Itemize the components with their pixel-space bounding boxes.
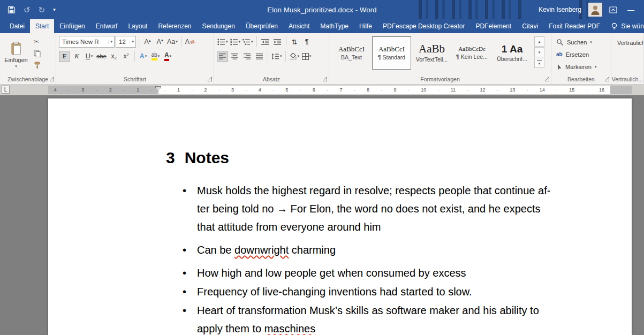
align-center-button[interactable]: [229, 51, 240, 62]
cut-icon[interactable]: ✂: [34, 37, 41, 47]
sort-button[interactable]: ⇅: [289, 36, 300, 48]
replace-button[interactable]: ab Ersetzen: [554, 49, 598, 60]
multilevel-list-button[interactable]: ▾: [242, 36, 254, 48]
style-vortextteil[interactable]: AaBb VorTextTeil...: [412, 36, 451, 70]
borders-button[interactable]: ▾: [301, 51, 312, 62]
style-standard[interactable]: AaBbCcI ¶ Standard: [372, 36, 411, 70]
dialog-launcher-paragraph[interactable]: [323, 77, 327, 81]
increase-indent-button[interactable]: [272, 36, 283, 48]
grow-font-button[interactable]: A ▴: [142, 36, 153, 48]
avatar[interactable]: [588, 3, 602, 17]
copy-icon[interactable]: [34, 49, 41, 58]
list-item[interactable]: Can be downwright charming: [158, 241, 632, 259]
tab-pdfelement[interactable]: PDFelement: [470, 19, 517, 33]
qat-customize-icon[interactable]: ▾: [53, 7, 56, 12]
ruler-number: 1: [137, 87, 139, 93]
superscript-button[interactable]: x 2: [120, 51, 132, 62]
shrink-font-button[interactable]: A ▾: [154, 36, 165, 48]
paste-dropdown-icon[interactable]: ▾: [15, 64, 17, 68]
list-item[interactable]: Frequency of live-changing inventions ha…: [158, 283, 632, 301]
document-page[interactable]: 3 Notes Musk holds the highest regard in…: [48, 98, 632, 335]
gallery-more-button[interactable]: ▾: [534, 58, 544, 68]
tab-pdfescape[interactable]: PDFescape Desktop Creator: [377, 19, 470, 33]
tab-start[interactable]: Start: [30, 19, 54, 33]
show-formatting-marks-button[interactable]: ¶: [301, 36, 313, 48]
style-kein-leerraum[interactable]: AaBbCcDc ¶ Kein Lee...: [452, 36, 491, 70]
tab-foxit[interactable]: Foxit Reader PDF: [543, 19, 605, 33]
tab-einfuegen[interactable]: Einfügen: [54, 19, 90, 33]
gallery-scroll-down-button[interactable]: ▾: [534, 47, 544, 57]
highlight-color-button[interactable]: ab ▾: [150, 51, 161, 62]
tab-referenzen[interactable]: Referenzen: [153, 19, 196, 33]
gallery-scroll-up-button[interactable]: ▴: [534, 36, 544, 47]
tell-me-box[interactable]: Sie wünsch: [605, 19, 644, 33]
underline-button[interactable]: U ▾: [84, 51, 95, 62]
justify-button[interactable]: [254, 51, 265, 62]
change-case-button[interactable]: Aa ▾: [166, 36, 178, 48]
group-label-sensitivity: Vertraulich...: [612, 76, 643, 82]
font-name-combo[interactable]: Times New R ▾: [59, 36, 115, 48]
style-name: Überschrif...: [497, 56, 527, 62]
tab-ueberpruefen[interactable]: Überprüfen: [240, 19, 283, 33]
font-color-button[interactable]: A ▾: [162, 51, 173, 62]
align-left-button[interactable]: [217, 51, 228, 62]
list-item[interactable]: Musk holds the highest regard in resolve…: [158, 181, 632, 236]
align-right-button[interactable]: [241, 51, 253, 62]
bold-button[interactable]: F: [59, 51, 70, 62]
sensitivity-label: Vertraulich...: [617, 40, 644, 46]
list-item[interactable]: Heart of transformation Musk’s skills as…: [158, 301, 632, 335]
bullet-list-icon: [217, 39, 225, 45]
ribbon-display-options-icon[interactable]: [609, 6, 617, 14]
tab-stop-selector[interactable]: L: [2, 86, 10, 94]
undo-icon[interactable]: ↺: [24, 6, 31, 14]
italic-button[interactable]: K: [71, 51, 82, 62]
tab-mathtype[interactable]: MathType: [315, 19, 354, 33]
shading-button[interactable]: ▾: [289, 51, 300, 62]
group-label-editing: Bearbeiten: [567, 76, 595, 82]
clear-formatting-button[interactable]: A: [184, 36, 195, 48]
sensitivity-button[interactable]: Vertraulich...: [614, 35, 644, 74]
account-name[interactable]: Kevin Isenberg: [539, 6, 581, 13]
subscript-button[interactable]: x 2: [108, 51, 119, 62]
strikethrough-button[interactable]: abe: [96, 51, 107, 62]
tab-entwurf[interactable]: Entwurf: [90, 19, 123, 33]
tab-hilfe[interactable]: Hilfe: [354, 19, 377, 33]
minimize-button[interactable]: —: [624, 6, 638, 13]
up-icon: ▴: [539, 40, 541, 44]
text-effects-button[interactable]: A ▾: [138, 51, 149, 62]
font-size-combo[interactable]: 12 ▾: [116, 36, 136, 48]
chevron-down-icon: ▾: [158, 54, 160, 58]
text-effects-letter: A: [140, 52, 145, 60]
tab-sendungen[interactable]: Sendungen: [197, 19, 240, 33]
ruler-number: ·: [96, 87, 97, 93]
ruler-number: ·: [69, 87, 70, 93]
style-ueberschrift[interactable]: 1 Aa Überschrif...: [493, 36, 532, 70]
format-painter-icon[interactable]: [34, 60, 41, 70]
horizontal-ruler[interactable]: 4·3·2·1· ·1·2·3·4·5·6·7·8·9·10·11·12·13·…: [48, 86, 632, 94]
select-button[interactable]: Markieren ▾: [554, 61, 598, 73]
bullet-list-button[interactable]: ▾: [217, 36, 229, 48]
tab-ansicht[interactable]: Ansicht: [283, 19, 315, 33]
save-icon[interactable]: [7, 6, 16, 14]
titlebar-right: Kevin Isenberg —: [539, 3, 644, 17]
numbered-list-button[interactable]: ▾: [230, 36, 241, 48]
ruler-number: ·: [408, 87, 410, 93]
line-spacing-button[interactable]: ▾: [271, 51, 283, 62]
dialog-launcher-styles[interactable]: [545, 77, 549, 81]
dialog-launcher-editing[interactable]: [605, 77, 609, 81]
dialog-launcher-font[interactable]: [208, 77, 212, 81]
tab-citavi[interactable]: Citavi: [517, 19, 543, 33]
find-button[interactable]: Suchen ▾: [554, 36, 598, 48]
tab-layout[interactable]: Layout: [123, 19, 153, 33]
dialog-launcher-clipboard[interactable]: [50, 77, 54, 81]
paste-button[interactable]: Einfügen ▾: [3, 35, 29, 74]
tab-datei[interactable]: Datei: [4, 19, 30, 33]
decrease-indent-button[interactable]: [260, 36, 271, 48]
italic-letter: K: [74, 52, 79, 60]
redo-icon[interactable]: ↻: [39, 6, 46, 14]
list-item[interactable]: How high and low people get when consume…: [158, 264, 632, 282]
style-ba-text[interactable]: AaBbCcI BA_Text: [332, 36, 371, 70]
ruler-number: 13: [510, 87, 515, 93]
chevron-down-icon: ▾: [280, 54, 282, 58]
ruler-number: 16: [599, 87, 604, 93]
